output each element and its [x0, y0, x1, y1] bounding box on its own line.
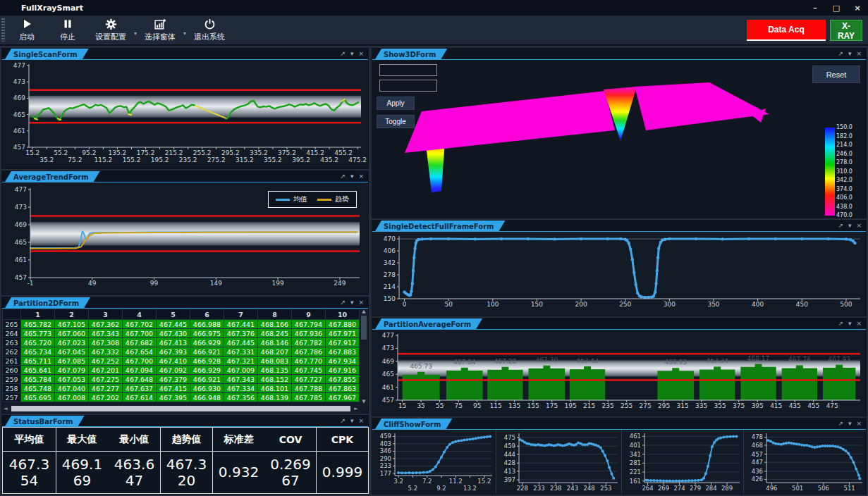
close-icon[interactable]: ×: [358, 418, 364, 424]
vertical-scrollbar[interactable]: ▲▼: [360, 309, 368, 404]
close-icon[interactable]: ×: [856, 321, 862, 327]
table-cell[interactable]: 465.784: [21, 375, 55, 384]
column-header[interactable]: 5: [157, 309, 190, 320]
table-cell[interactable]: 467.785: [292, 393, 326, 402]
table-cell[interactable]: 465.711: [21, 356, 55, 366]
table-cell[interactable]: 467.637: [123, 384, 157, 393]
table-cell[interactable]: 466.988: [190, 320, 224, 329]
table-cell[interactable]: 467.356: [224, 393, 258, 402]
table-cell[interactable]: 467.863: [326, 384, 360, 393]
table-cell[interactable]: 467.786: [292, 347, 326, 356]
table-cell[interactable]: 467.445: [224, 338, 258, 347]
table-cell[interactable]: 468.083: [258, 356, 292, 366]
table-cell[interactable]: 466.921: [190, 347, 224, 356]
table-cell[interactable]: 467.788: [292, 384, 326, 393]
table-cell[interactable]: 467.334: [224, 384, 258, 393]
float-icon[interactable]: ↗: [838, 321, 843, 327]
table-cell[interactable]: 467.702: [123, 320, 157, 329]
table-cell[interactable]: 467.023: [55, 338, 89, 347]
table-cell[interactable]: 465.748: [21, 384, 55, 393]
float-icon[interactable]: ↗: [340, 299, 346, 306]
dropdown-caret-icon[interactable]: ▾: [134, 23, 137, 37]
table-cell[interactable]: 467.343: [224, 375, 258, 384]
table-cell[interactable]: 466.929: [190, 338, 224, 347]
table-cell[interactable]: 467.252: [89, 356, 123, 366]
table-cell[interactable]: 467.079: [55, 366, 89, 375]
table-cell[interactable]: 467.045: [55, 347, 89, 356]
table-cell[interactable]: 468.101: [258, 384, 292, 393]
float-icon[interactable]: ↗: [838, 421, 843, 427]
table-cell[interactable]: 467.376: [224, 329, 258, 338]
table-cell[interactable]: 467.936: [292, 329, 326, 338]
table-cell[interactable]: 467.040: [55, 384, 89, 393]
maximize-button[interactable]: □: [826, 4, 847, 13]
table-cell[interactable]: 467.682: [123, 338, 157, 347]
table-cell[interactable]: 467.308: [89, 338, 123, 347]
close-icon[interactable]: ×: [856, 223, 862, 229]
table-cell[interactable]: 467.092: [157, 366, 190, 375]
xray-button[interactable]: X-RAY: [830, 20, 862, 41]
table-cell[interactable]: 467.053: [55, 375, 89, 384]
horizontal-scrollbar[interactable]: ◄►: [2, 404, 360, 413]
table-cell[interactable]: 467.085: [55, 356, 89, 366]
table-cell[interactable]: 466.929: [190, 366, 224, 375]
table-cell[interactable]: 466.930: [190, 384, 224, 393]
collapse-icon[interactable]: ▾: [848, 223, 852, 229]
toolbar-button-4[interactable]: 退出系统: [187, 16, 232, 44]
toolbar-button-1[interactable]: 停止: [47, 16, 88, 44]
column-header[interactable]: 8: [258, 309, 292, 320]
table-cell[interactable]: 467.441: [224, 320, 258, 329]
table-cell[interactable]: 467.415: [157, 384, 190, 393]
panel-tab-partition-2d[interactable]: Partition2DForm: [5, 297, 90, 308]
table-cell[interactable]: 467.855: [326, 375, 360, 384]
table-cell[interactable]: 467.379: [157, 375, 190, 384]
table-cell[interactable]: 467.782: [292, 338, 326, 347]
table-cell[interactable]: 467.745: [292, 366, 326, 375]
toolbar-button-2[interactable]: 设置配置: [88, 16, 133, 44]
table-cell[interactable]: 467.343: [89, 329, 123, 338]
collapse-icon[interactable]: ▾: [350, 173, 354, 180]
table-cell[interactable]: 467.009: [224, 366, 258, 375]
data-acq-button[interactable]: Data Acq: [747, 20, 826, 41]
table-cell[interactable]: 468.146: [258, 338, 292, 347]
table-cell[interactable]: 467.202: [89, 393, 123, 402]
table-cell[interactable]: 467.413: [157, 338, 190, 347]
table-cell[interactable]: 467.770: [292, 356, 326, 366]
close-button[interactable]: ×: [847, 4, 868, 13]
table-cell[interactable]: 467.277: [89, 384, 123, 393]
table-cell[interactable]: 465.773: [21, 329, 55, 338]
table-cell[interactable]: 467.060: [55, 329, 89, 338]
table-cell[interactable]: 467.094: [123, 366, 157, 375]
table-cell[interactable]: 468.166: [258, 320, 292, 329]
minimize-button[interactable]: –: [805, 4, 826, 13]
float-icon[interactable]: ↗: [838, 51, 843, 57]
row-header[interactable]: 259: [3, 375, 21, 384]
table-cell[interactable]: 467.880: [326, 320, 360, 329]
table-cell[interactable]: 468.139: [258, 393, 292, 402]
table-cell[interactable]: 468.207: [258, 347, 292, 356]
table-cell[interactable]: 466.921: [190, 375, 224, 384]
table-cell[interactable]: 465.695: [21, 393, 55, 402]
row-header[interactable]: 265: [3, 320, 21, 329]
table-cell[interactable]: 467.410: [157, 356, 190, 366]
row-header[interactable]: 260: [3, 366, 21, 375]
column-header[interactable]: 10: [326, 309, 360, 320]
collapse-icon[interactable]: ▾: [350, 418, 354, 424]
table-cell[interactable]: 468.245: [258, 329, 292, 338]
table-cell[interactable]: 467.430: [157, 329, 190, 338]
table-cell[interactable]: 467.934: [326, 356, 360, 366]
column-header[interactable]: 6: [190, 309, 224, 320]
table-cell[interactable]: 466.928: [190, 356, 224, 366]
table-cell[interactable]: 467.700: [123, 329, 157, 338]
toolbar-grip[interactable]: [1, 18, 5, 42]
table-cell[interactable]: 467.971: [326, 329, 360, 338]
column-header[interactable]: 1: [21, 309, 55, 320]
collapse-icon[interactable]: ▾: [848, 51, 852, 57]
table-cell[interactable]: 467.275: [89, 375, 123, 384]
table-cell[interactable]: 467.395: [157, 393, 190, 402]
float-icon[interactable]: ↗: [340, 51, 346, 57]
table-cell[interactable]: 467.883: [326, 347, 360, 356]
dropdown-caret-icon[interactable]: ▾: [183, 23, 186, 37]
table-cell[interactable]: 467.393: [157, 347, 190, 356]
table-cell[interactable]: 467.331: [224, 347, 258, 356]
